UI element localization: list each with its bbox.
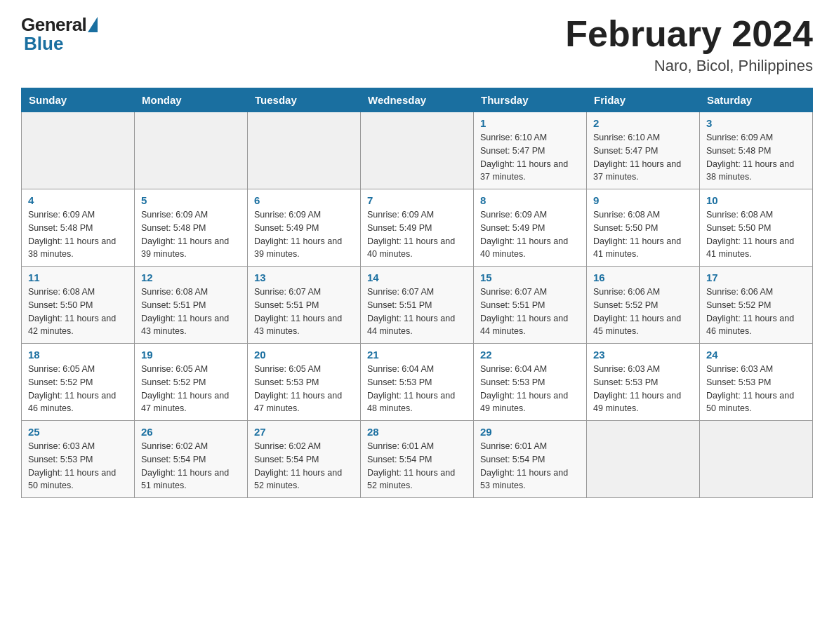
calendar-cell: 6Sunrise: 6:09 AMSunset: 5:49 PMDaylight… (248, 189, 361, 267)
calendar-cell: 18Sunrise: 6:05 AMSunset: 5:52 PMDayligh… (22, 344, 135, 421)
day-info: Sunrise: 6:02 AMSunset: 5:54 PMDaylight:… (254, 440, 354, 492)
day-number: 17 (706, 271, 806, 283)
weekday-header-row: SundayMondayTuesdayWednesdayThursdayFrid… (22, 88, 813, 112)
weekday-header-thursday: Thursday (474, 88, 587, 112)
day-number: 4 (28, 194, 128, 206)
calendar-cell: 1Sunrise: 6:10 AMSunset: 5:47 PMDaylight… (474, 112, 587, 189)
location-title: Naro, Bicol, Philippines (565, 57, 813, 75)
calendar-cell: 23Sunrise: 6:03 AMSunset: 5:53 PMDayligh… (587, 344, 700, 421)
day-info: Sunrise: 6:08 AMSunset: 5:51 PMDaylight:… (141, 286, 241, 338)
page-header: General Blue February 2024 Naro, Bicol, … (21, 14, 813, 75)
calendar-cell: 17Sunrise: 6:06 AMSunset: 5:52 PMDayligh… (700, 267, 813, 344)
calendar-cell: 13Sunrise: 6:07 AMSunset: 5:51 PMDayligh… (248, 267, 361, 344)
calendar-cell: 20Sunrise: 6:05 AMSunset: 5:53 PMDayligh… (248, 344, 361, 421)
day-number: 13 (254, 271, 354, 283)
calendar-cell: 14Sunrise: 6:07 AMSunset: 5:51 PMDayligh… (361, 267, 474, 344)
day-info: Sunrise: 6:08 AMSunset: 5:50 PMDaylight:… (706, 208, 806, 261)
day-info: Sunrise: 6:10 AMSunset: 5:47 PMDaylight:… (593, 131, 693, 184)
day-number: 28 (367, 426, 467, 438)
logo-blue-text: Blue (21, 33, 63, 55)
calendar-week-row: 18Sunrise: 6:05 AMSunset: 5:52 PMDayligh… (22, 344, 813, 421)
calendar-cell: 5Sunrise: 6:09 AMSunset: 5:48 PMDaylight… (135, 189, 248, 267)
title-block: February 2024 Naro, Bicol, Philippines (565, 14, 813, 75)
day-info: Sunrise: 6:08 AMSunset: 5:50 PMDaylight:… (593, 208, 693, 261)
day-info: Sunrise: 6:06 AMSunset: 5:52 PMDaylight:… (706, 286, 806, 338)
calendar-cell: 7Sunrise: 6:09 AMSunset: 5:49 PMDaylight… (361, 189, 474, 267)
day-number: 22 (480, 349, 580, 361)
day-info: Sunrise: 6:09 AMSunset: 5:48 PMDaylight:… (28, 208, 128, 261)
calendar-cell: 29Sunrise: 6:01 AMSunset: 5:54 PMDayligh… (474, 421, 587, 498)
day-info: Sunrise: 6:02 AMSunset: 5:54 PMDaylight:… (141, 440, 241, 492)
day-info: Sunrise: 6:04 AMSunset: 5:53 PMDaylight:… (480, 363, 580, 415)
day-info: Sunrise: 6:07 AMSunset: 5:51 PMDaylight:… (480, 286, 580, 338)
calendar-cell: 4Sunrise: 6:09 AMSunset: 5:48 PMDaylight… (22, 189, 135, 267)
calendar-cell: 21Sunrise: 6:04 AMSunset: 5:53 PMDayligh… (361, 344, 474, 421)
calendar-cell: 22Sunrise: 6:04 AMSunset: 5:53 PMDayligh… (474, 344, 587, 421)
calendar-cell: 10Sunrise: 6:08 AMSunset: 5:50 PMDayligh… (700, 189, 813, 267)
day-number: 25 (28, 426, 128, 438)
calendar-week-row: 11Sunrise: 6:08 AMSunset: 5:50 PMDayligh… (22, 267, 813, 344)
day-info: Sunrise: 6:08 AMSunset: 5:50 PMDaylight:… (28, 286, 128, 338)
logo-triangle-icon (88, 17, 98, 32)
day-info: Sunrise: 6:10 AMSunset: 5:47 PMDaylight:… (480, 131, 580, 184)
day-number: 8 (480, 194, 580, 206)
day-info: Sunrise: 6:07 AMSunset: 5:51 PMDaylight:… (367, 286, 467, 338)
calendar-cell (361, 112, 474, 189)
day-number: 20 (254, 349, 354, 361)
day-number: 19 (141, 349, 241, 361)
day-info: Sunrise: 6:06 AMSunset: 5:52 PMDaylight:… (593, 286, 693, 338)
calendar-cell: 2Sunrise: 6:10 AMSunset: 5:47 PMDaylight… (587, 112, 700, 189)
month-title: February 2024 (565, 14, 813, 54)
calendar-cell (22, 112, 135, 189)
day-number: 6 (254, 194, 354, 206)
day-info: Sunrise: 6:01 AMSunset: 5:54 PMDaylight:… (480, 440, 580, 492)
day-info: Sunrise: 6:05 AMSunset: 5:53 PMDaylight:… (254, 363, 354, 415)
day-number: 11 (28, 271, 128, 283)
day-number: 23 (593, 349, 693, 361)
day-number: 10 (706, 194, 806, 206)
logo: General Blue (21, 14, 98, 55)
calendar-table: SundayMondayTuesdayWednesdayThursdayFrid… (21, 88, 813, 498)
calendar-week-row: 1Sunrise: 6:10 AMSunset: 5:47 PMDaylight… (22, 112, 813, 189)
day-info: Sunrise: 6:09 AMSunset: 5:49 PMDaylight:… (480, 208, 580, 261)
calendar-cell: 19Sunrise: 6:05 AMSunset: 5:52 PMDayligh… (135, 344, 248, 421)
calendar-cell: 27Sunrise: 6:02 AMSunset: 5:54 PMDayligh… (248, 421, 361, 498)
day-info: Sunrise: 6:09 AMSunset: 5:49 PMDaylight:… (367, 208, 467, 261)
weekday-header-monday: Monday (135, 88, 248, 112)
day-number: 12 (141, 271, 241, 283)
calendar-cell: 8Sunrise: 6:09 AMSunset: 5:49 PMDaylight… (474, 189, 587, 267)
weekday-header-sunday: Sunday (22, 88, 135, 112)
calendar-cell: 3Sunrise: 6:09 AMSunset: 5:48 PMDaylight… (700, 112, 813, 189)
day-number: 18 (28, 349, 128, 361)
weekday-header-saturday: Saturday (700, 88, 813, 112)
calendar-cell: 28Sunrise: 6:01 AMSunset: 5:54 PMDayligh… (361, 421, 474, 498)
weekday-header-friday: Friday (587, 88, 700, 112)
calendar-week-row: 4Sunrise: 6:09 AMSunset: 5:48 PMDaylight… (22, 189, 813, 267)
day-number: 27 (254, 426, 354, 438)
calendar-cell: 25Sunrise: 6:03 AMSunset: 5:53 PMDayligh… (22, 421, 135, 498)
day-number: 2 (593, 117, 693, 129)
day-number: 7 (367, 194, 467, 206)
calendar-cell (700, 421, 813, 498)
day-info: Sunrise: 6:05 AMSunset: 5:52 PMDaylight:… (28, 363, 128, 415)
day-info: Sunrise: 6:03 AMSunset: 5:53 PMDaylight:… (706, 363, 806, 415)
day-number: 14 (367, 271, 467, 283)
calendar-cell: 12Sunrise: 6:08 AMSunset: 5:51 PMDayligh… (135, 267, 248, 344)
day-number: 15 (480, 271, 580, 283)
calendar-cell: 15Sunrise: 6:07 AMSunset: 5:51 PMDayligh… (474, 267, 587, 344)
calendar-cell (587, 421, 700, 498)
calendar-cell: 24Sunrise: 6:03 AMSunset: 5:53 PMDayligh… (700, 344, 813, 421)
day-info: Sunrise: 6:05 AMSunset: 5:52 PMDaylight:… (141, 363, 241, 415)
day-number: 29 (480, 426, 580, 438)
day-number: 3 (706, 117, 806, 129)
calendar-cell: 16Sunrise: 6:06 AMSunset: 5:52 PMDayligh… (587, 267, 700, 344)
calendar-cell (248, 112, 361, 189)
weekday-header-tuesday: Tuesday (248, 88, 361, 112)
day-info: Sunrise: 6:01 AMSunset: 5:54 PMDaylight:… (367, 440, 467, 492)
day-number: 24 (706, 349, 806, 361)
calendar-week-row: 25Sunrise: 6:03 AMSunset: 5:53 PMDayligh… (22, 421, 813, 498)
day-number: 1 (480, 117, 580, 129)
calendar-cell: 9Sunrise: 6:08 AMSunset: 5:50 PMDaylight… (587, 189, 700, 267)
day-info: Sunrise: 6:09 AMSunset: 5:48 PMDaylight:… (141, 208, 241, 261)
day-info: Sunrise: 6:03 AMSunset: 5:53 PMDaylight:… (593, 363, 693, 415)
